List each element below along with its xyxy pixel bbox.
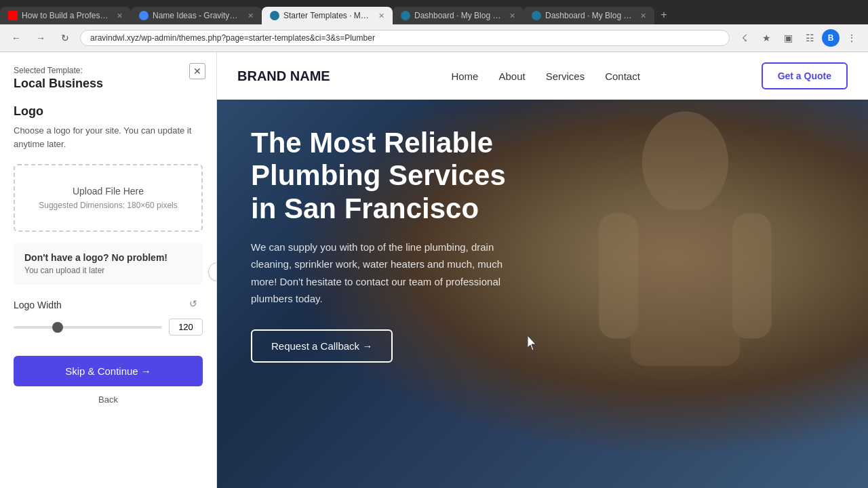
logo-width-slider[interactable] — [14, 326, 162, 329]
tab-3-label: Starter Templates · My Blog — [283, 11, 372, 20]
tab-1-icon — [8, 11, 18, 20]
reload-button[interactable]: ↻ — [56, 28, 75, 47]
no-logo-subtitle: You can upload it later — [24, 266, 192, 275]
puzzle-icon[interactable]: ▣ — [778, 28, 797, 47]
profile-avatar[interactable]: B — [822, 29, 840, 47]
tab-4-close[interactable]: ✕ — [509, 12, 515, 20]
hero-title: The Most Reliable Plumbing Services in S… — [251, 127, 522, 225]
logo-width-label: Logo Width — [14, 300, 62, 310]
back-button[interactable]: ← — [7, 28, 26, 47]
skip-continue-button[interactable]: Skip & Continue → — [14, 356, 203, 386]
collapse-sidebar-button[interactable]: ‹ — [208, 262, 217, 281]
toolbar-icons: ☇ ★ ▣ ☷ B ⋮ — [735, 28, 861, 47]
tab-5-label: Dashboard · My Blog — Wo... — [545, 11, 633, 20]
upload-subtitle: Suggested Dimensions: 180×60 pixels — [28, 201, 188, 210]
logo-title: Logo — [14, 104, 203, 119]
selected-template-name: Local Business — [14, 77, 203, 91]
tab-5-icon — [532, 11, 541, 20]
tab-2[interactable]: Name Ideas - GravityWrite ✕ — [131, 7, 262, 24]
get-quote-button[interactable]: Get a Quote — [762, 62, 848, 89]
callback-button[interactable]: Request a Callback → — [251, 329, 393, 363]
nav-contact[interactable]: Contact — [605, 70, 640, 82]
tab-5-close[interactable]: ✕ — [640, 12, 646, 20]
svg-rect-3 — [732, 214, 772, 339]
upload-box[interactable]: Upload File Here Suggested Dimensions: 1… — [14, 164, 203, 232]
grid-icon[interactable]: ☷ — [800, 28, 819, 47]
hero-section: The Most Reliable Plumbing Services in S… — [217, 100, 868, 488]
svg-point-0 — [642, 111, 728, 213]
upload-title: Upload File Here — [28, 186, 188, 197]
tab-2-close[interactable]: ✕ — [248, 12, 254, 20]
menu-icon[interactable]: ⋮ — [842, 28, 861, 47]
tab-2-icon — [139, 11, 149, 20]
new-tab-button[interactable]: + — [654, 5, 673, 24]
logo-width-header: Logo Width ↺ — [14, 298, 203, 312]
tab-1[interactable]: How to Build a Professional... ✕ — [0, 7, 131, 24]
slider-row — [14, 319, 203, 336]
browser-toolbar: ← → ↻ aravindwl.xyz/wp-admin/themes.php?… — [0, 24, 868, 52]
main-layout: Selected Template: Local Business ✕ Logo… — [0, 52, 868, 488]
no-logo-title: Don't have a logo? No problem! — [24, 252, 192, 263]
close-button[interactable]: ✕ — [189, 63, 205, 79]
tab-3-close[interactable]: ✕ — [378, 12, 384, 20]
get-quote-label: Get a Quote — [778, 70, 831, 81]
svg-rect-1 — [631, 209, 741, 366]
browser-chrome: How to Build a Professional... ✕ Name Id… — [0, 0, 868, 52]
tab-4-icon — [401, 11, 410, 20]
tab-5[interactable]: Dashboard · My Blog — Wo... ✕ — [524, 7, 654, 24]
nav-home[interactable]: Home — [451, 70, 478, 82]
website-preview: BRAND NAME Home About Services Contact G… — [217, 52, 868, 488]
tab-1-label: How to Build a Professional... — [22, 11, 110, 20]
no-logo-box: Don't have a logo? No problem! You can u… — [14, 243, 203, 285]
logo-width-value[interactable] — [169, 319, 203, 336]
tab-4[interactable]: Dashboard · My Blog — Wo... ✕ — [393, 7, 524, 24]
hero-content: The Most Reliable Plumbing Services in S… — [217, 100, 556, 390]
reset-button[interactable]: ↺ — [189, 298, 203, 312]
tab-3-icon — [270, 11, 279, 20]
hero-description: We can supply you with top of the line p… — [251, 239, 522, 308]
back-link[interactable]: Back — [14, 394, 203, 405]
nav-links: Home About Services Contact — [451, 70, 639, 82]
callback-label: Request a Callback → — [271, 340, 372, 352]
tab-bar: How to Build a Professional... ✕ Name Id… — [0, 0, 868, 24]
svg-rect-2 — [599, 214, 638, 339]
hero-person-silhouette — [568, 100, 803, 488]
nav-about[interactable]: About — [498, 70, 525, 82]
preview-nav: BRAND NAME Home About Services Contact G… — [217, 52, 868, 100]
skip-continue-label: Skip & Continue → — [65, 365, 151, 377]
logo-width-section: Logo Width ↺ — [14, 298, 203, 336]
tab-4-label: Dashboard · My Blog — Wo... — [414, 11, 502, 20]
address-bar[interactable]: aravindwl.xyz/wp-admin/themes.php?page=s… — [80, 30, 730, 46]
address-text: aravindwl.xyz/wp-admin/themes.php?page=s… — [90, 33, 375, 43]
logo-description: Choose a logo for your site. You can upd… — [14, 124, 203, 150]
brand-name: BRAND NAME — [237, 68, 330, 84]
selected-template-label: Selected Template: — [14, 66, 203, 75]
forward-button[interactable]: → — [31, 28, 50, 47]
bookmark-icon[interactable]: ★ — [757, 28, 776, 47]
tab-1-close[interactable]: ✕ — [117, 12, 123, 20]
nav-services[interactable]: Services — [546, 70, 585, 82]
logo-section: Logo Choose a logo for your site. You ca… — [14, 104, 203, 336]
sidebar: Selected Template: Local Business ✕ Logo… — [0, 52, 217, 488]
extensions-icon[interactable]: ☇ — [735, 28, 754, 47]
tab-3[interactable]: Starter Templates · My Blog ✕ — [262, 7, 393, 24]
tab-2-label: Name Ideas - GravityWrite — [153, 11, 241, 20]
